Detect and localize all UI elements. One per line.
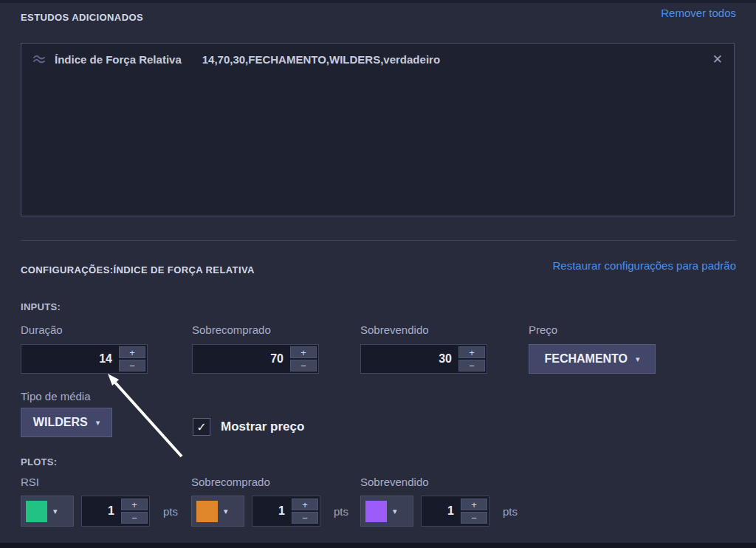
duration-label: Duração [21, 323, 148, 336]
duration-decrement-button[interactable]: − [119, 360, 145, 371]
overbought-value: 70 [194, 352, 290, 366]
plot-overbought-label: Sobrecomprado [191, 476, 348, 488]
plot-overbought-group: Sobrecomprado ▾ 1 + − pts [191, 476, 348, 527]
study-settings-panel: ESTUDOS ADICIONADOS Remover todos Índice… [0, 0, 756, 548]
plot-oversold-label: Sobrevendido [360, 476, 518, 488]
average-type-label: Tipo de média [21, 390, 112, 403]
plot-oversold-width-input[interactable]: 1 + − [421, 496, 489, 527]
duration-value: 14 [23, 352, 119, 366]
plot-rsi-width-stepper: + − [121, 499, 148, 524]
plots-header: PLOTS: [21, 456, 57, 467]
duration-input[interactable]: 14 + − [21, 344, 148, 374]
plot-overbought-unit: pts [334, 505, 348, 518]
duration-field: Duração 14 + − [21, 323, 148, 374]
caret-down-icon: ▾ [224, 507, 228, 516]
plot-overbought-width-value: 1 [254, 504, 292, 518]
show-price-label: Mostrar preço [221, 419, 304, 434]
plot-oversold-width-value: 1 [423, 504, 461, 518]
added-studies-title: ESTUDOS ADICIONADOS [21, 12, 143, 23]
plot-rsi-color-swatch [26, 501, 47, 522]
caret-down-icon: ▾ [96, 418, 100, 428]
inputs-header: INPUTS: [21, 301, 61, 312]
overbought-decrement-button[interactable]: − [290, 360, 317, 371]
study-name: Índice de Força Relativa [55, 53, 182, 66]
overbought-input[interactable]: 70 + − [192, 344, 319, 374]
oversold-field: Sobrevendido 30 + − [360, 323, 487, 374]
overbought-increment-button[interactable]: + [290, 346, 317, 358]
oversold-input[interactable]: 30 + − [360, 344, 487, 374]
top-edge [0, 0, 756, 3]
remove-all-link[interactable]: Remover todos [661, 7, 736, 19]
overbought-stepper: + − [290, 346, 317, 371]
plot-oversold-color-dropdown[interactable]: ▾ [360, 496, 413, 527]
study-wave-icon [32, 54, 47, 64]
plot-oversold-group: Sobrevendido ▾ 1 + − pts [360, 476, 518, 527]
plot-rsi-group: RSI ▾ 1 + − pts [21, 476, 178, 527]
oversold-increment-button[interactable]: + [458, 346, 485, 358]
plot-rsi-unit: pts [163, 505, 178, 518]
annotation-arrow [102, 371, 187, 461]
caret-down-icon: ▾ [636, 355, 640, 364]
plot-overbought-color-swatch [196, 501, 218, 522]
restore-defaults-link[interactable]: Restaurar configurações para padrão [553, 259, 736, 272]
average-type-field: Tipo de média WILDERS ▾ [21, 390, 112, 437]
settings-title: CONFIGURAÇÕES:ÍNDICE DE FORÇA RELATIVA [21, 264, 255, 275]
plot-oversold-width-increment-button[interactable]: + [461, 499, 487, 510]
plot-rsi-width-decrement-button[interactable]: − [121, 512, 148, 524]
price-dropdown-value: FECHAMENTO [544, 352, 628, 366]
plot-oversold-width-stepper: + − [461, 499, 487, 524]
plot-rsi-color-dropdown[interactable]: ▾ [21, 496, 74, 527]
oversold-decrement-button[interactable]: − [458, 360, 485, 371]
plot-rsi-width-input[interactable]: 1 + − [81, 496, 150, 527]
overbought-field: Sobrecomprado 70 + − [192, 323, 319, 374]
oversold-stepper: + − [458, 346, 485, 371]
price-label: Preço [529, 323, 656, 336]
plot-rsi-width-value: 1 [83, 504, 121, 518]
caret-down-icon: ▾ [53, 507, 58, 516]
plot-overbought-width-input[interactable]: 1 + − [252, 496, 320, 527]
show-price-row: ✓ Mostrar preço [193, 418, 304, 436]
plot-overbought-color-dropdown[interactable]: ▾ [191, 496, 244, 527]
oversold-label: Sobrevendido [360, 323, 487, 336]
average-type-dropdown[interactable]: WILDERS ▾ [21, 408, 112, 437]
plot-rsi-width-increment-button[interactable]: + [121, 499, 148, 510]
price-dropdown[interactable]: FECHAMENTO ▾ [529, 344, 656, 374]
plot-overbought-width-stepper: + − [292, 499, 318, 524]
duration-stepper: + − [119, 346, 145, 371]
plot-overbought-width-decrement-button[interactable]: − [292, 512, 318, 524]
plot-oversold-width-decrement-button[interactable]: − [461, 512, 487, 524]
average-type-dropdown-value: WILDERS [33, 416, 88, 429]
plot-rsi-label: RSI [21, 476, 178, 488]
overbought-label: Sobrecomprado [192, 323, 319, 336]
oversold-value: 30 [362, 352, 458, 366]
duration-increment-button[interactable]: + [119, 346, 145, 358]
added-studies-list: Índice de Força Relativa 14,70,30,FECHAM… [21, 43, 735, 216]
plot-oversold-unit: pts [503, 505, 518, 518]
remove-study-icon[interactable]: ✕ [712, 53, 723, 66]
price-field: Preço FECHAMENTO ▾ [529, 323, 656, 374]
caret-down-icon: ▾ [393, 507, 397, 516]
study-params: 14,70,30,FECHAMENTO,WILDERS,verdadeiro [202, 53, 440, 66]
study-row[interactable]: Índice de Força Relativa 14,70,30,FECHAM… [21, 44, 734, 75]
plot-overbought-width-increment-button[interactable]: + [292, 499, 318, 510]
section-divider [21, 240, 736, 241]
bottom-edge [0, 543, 756, 548]
plot-oversold-color-swatch [365, 501, 387, 522]
check-icon: ✓ [196, 420, 206, 434]
show-price-checkbox[interactable]: ✓ [193, 418, 210, 436]
